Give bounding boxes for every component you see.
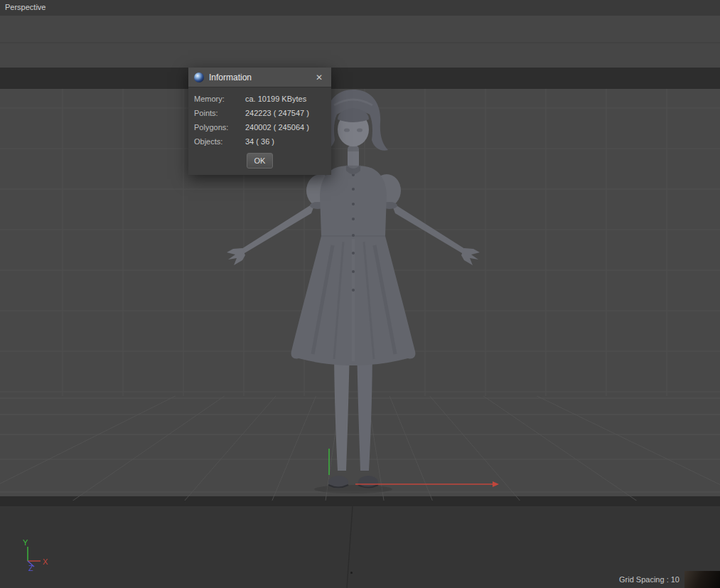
info-row-points: Points: 242223 ( 247547 ) (188, 106, 331, 120)
dialog-titlebar[interactable]: Information ✕ (188, 68, 331, 87)
cinema4d-logo-icon (194, 73, 204, 82)
corner-thumbnail (684, 571, 720, 588)
information-dialog: Information ✕ Memory: ca. 10199 KBytes P… (188, 68, 331, 175)
info-row-polygons: Polygons: 240002 ( 245064 ) (188, 120, 331, 134)
axis-x-label: X (43, 557, 48, 566)
floor-dot (350, 572, 353, 574)
axis-y-label: Y (23, 538, 28, 547)
info-value: ca. 10199 KBytes (245, 95, 306, 103)
info-value: 34 ( 36 ) (245, 137, 274, 146)
close-icon[interactable]: ✕ (313, 71, 326, 84)
dialog-body: Memory: ca. 10199 KBytes Points: 242223 … (188, 87, 331, 175)
info-row-memory: Memory: ca. 10199 KBytes (188, 92, 331, 106)
info-label: Polygons: (194, 123, 245, 132)
info-value: 242223 ( 247547 ) (245, 109, 309, 117)
info-label: Objects: (194, 137, 245, 146)
dialog-title: Information (209, 73, 252, 82)
viewport-name-label[interactable]: Perspective (5, 3, 45, 11)
info-label: Points: (194, 109, 245, 117)
info-row-objects: Objects: 34 ( 36 ) (188, 134, 331, 149)
viewport-render: Y X Z (0, 0, 720, 588)
grid-spacing-label: Grid Spacing : 10 (619, 575, 679, 584)
ok-button[interactable]: OK (247, 153, 274, 169)
viewport-canvas[interactable]: Y X Z (0, 0, 720, 588)
axis-z-label: Z (28, 564, 33, 572)
info-value: 240002 ( 245064 ) (245, 123, 309, 132)
info-label: Memory: (194, 95, 245, 103)
